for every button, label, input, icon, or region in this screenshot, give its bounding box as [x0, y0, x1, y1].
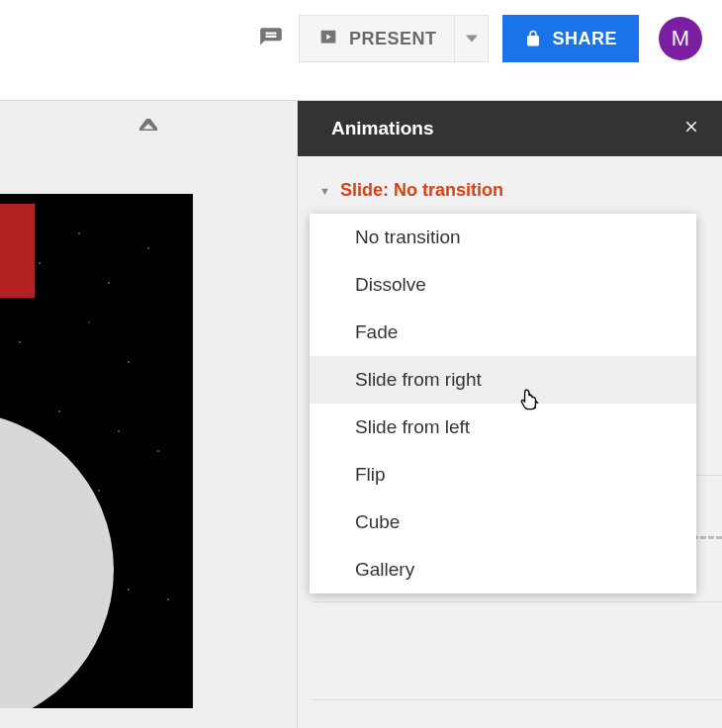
close-icon[interactable]	[682, 118, 700, 140]
caret-down-icon	[466, 33, 478, 45]
divider	[692, 536, 722, 539]
present-dropdown-button[interactable]	[454, 16, 488, 61]
collapse-filmstrip-button[interactable]	[125, 111, 172, 138]
divider	[312, 601, 722, 602]
comments-icon[interactable]	[257, 25, 285, 52]
slide-transition-row[interactable]: ▼ Slide: No transition	[298, 156, 722, 201]
dropdown-item[interactable]: Slide from right	[310, 356, 696, 404]
share-button[interactable]: SHARE	[502, 15, 639, 62]
chevron-up-icon	[139, 119, 157, 131]
slide-canvas-area	[0, 101, 298, 728]
user-avatar[interactable]: M	[659, 17, 702, 60]
present-button-group: PRESENT	[299, 15, 490, 62]
lock-icon	[524, 30, 542, 47]
animations-panel-title: Animations	[331, 118, 433, 139]
dropdown-item[interactable]: Fade	[310, 309, 696, 356]
dropdown-item[interactable]: Gallery	[310, 546, 696, 593]
caret-down-icon: ▼	[319, 185, 330, 197]
dropdown-item[interactable]: No transition	[310, 214, 696, 261]
share-label: SHARE	[552, 29, 617, 49]
dropdown-item[interactable]: Slide from left	[310, 404, 696, 451]
avatar-initial: M	[672, 26, 689, 51]
present-button[interactable]: PRESENT	[300, 16, 455, 61]
dropdown-item[interactable]: Cube	[310, 499, 696, 546]
top-toolbar: PRESENT SHARE M	[0, 0, 722, 77]
present-label: PRESENT	[349, 29, 437, 49]
slide-preview[interactable]	[0, 194, 193, 708]
transition-dropdown: No transitionDissolveFadeSlide from righ…	[310, 214, 696, 593]
dropdown-item[interactable]: Dissolve	[310, 261, 696, 309]
play-icon	[317, 28, 339, 49]
animations-panel-header: Animations	[298, 101, 722, 156]
red-shape	[0, 204, 35, 298]
dropdown-item[interactable]: Flip	[310, 451, 696, 499]
slide-transition-label: Slide: No transition	[340, 180, 503, 201]
divider	[312, 699, 722, 700]
